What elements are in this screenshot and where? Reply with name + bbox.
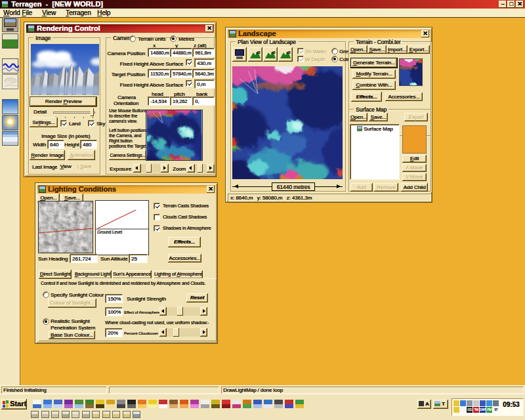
svg-text:Ground Level: Ground Level — [97, 230, 122, 234]
svg-text:x8: x8 — [256, 51, 261, 54]
svg-text:x8: x8 — [286, 51, 291, 54]
svg-text:x8: x8 — [271, 51, 276, 54]
